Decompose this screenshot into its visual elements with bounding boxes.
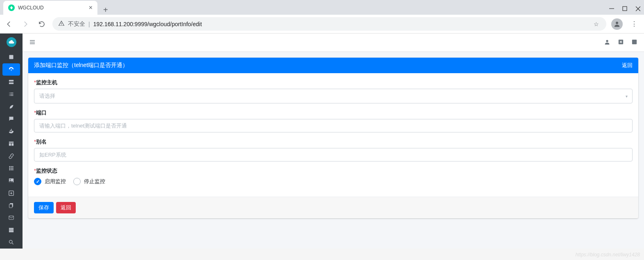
window-controls (606, 2, 644, 15)
form-group-port: *端口 (34, 109, 633, 132)
top-actions (604, 39, 637, 47)
port-label: *端口 (34, 109, 633, 117)
security-label: 不安全 (68, 20, 85, 28)
radio-enable-circle (34, 178, 41, 185)
user-icon[interactable] (604, 39, 610, 47)
address-bar[interactable]: 不安全 | 192.168.11.200:9999/wgcloud/portIn… (52, 17, 606, 31)
tab-favicon-icon (8, 4, 15, 11)
host-label: *监控主机 (34, 79, 633, 86)
svg-rect-11 (9, 228, 14, 229)
svg-point-15 (606, 40, 608, 42)
browser-menu-icon[interactable]: ⋮ (628, 20, 641, 28)
bookmark-star-icon[interactable]: ☆ (592, 21, 601, 27)
sidebar-item-search[interactable] (0, 236, 23, 249)
content-area: 添加端口监控（telnet端口是否开通） 返回 *监控主机 请选择 *端口 (23, 52, 644, 224)
card-body: *监控主机 请选择 *端口 *别名 *监控状态 (28, 73, 638, 197)
sidebar-item-copy[interactable] (0, 199, 23, 211)
app-root: 添加端口监控（telnet端口是否开通） 返回 *监控主机 请选择 *端口 (0, 34, 644, 249)
back-nav-icon[interactable] (3, 18, 15, 30)
radio-disable-label: 停止监控 (84, 178, 105, 185)
svg-rect-9 (9, 204, 13, 208)
sidebar-item-leaf[interactable] (0, 100, 23, 112)
sidebar-item-image[interactable] (0, 175, 23, 187)
expand-icon[interactable] (631, 39, 637, 47)
svg-point-14 (9, 240, 13, 244)
svg-point-1 (616, 22, 618, 24)
browser-address-row: 不安全 | 192.168.11.200:9999/wgcloud/portIn… (0, 15, 644, 34)
form-card: 添加端口监控（telnet端口是否开通） 返回 *监控主机 请选择 *端口 (28, 58, 638, 218)
svg-rect-2 (9, 55, 14, 59)
sidebar-item-chat[interactable] (0, 113, 23, 125)
browser-tab[interactable]: WGCLOUD × (3, 1, 97, 15)
svg-rect-3 (9, 80, 14, 81)
radio-disable-circle (73, 178, 81, 185)
svg-rect-12 (9, 229, 14, 231)
host-select-wrapper: 请选择 (34, 89, 633, 103)
alias-label: *别名 (34, 138, 633, 146)
form-group-status: *监控状态 启用监控 停止监控 (34, 167, 633, 185)
radio-enable-label: 启用监控 (45, 178, 66, 185)
radio-enable[interactable]: 启用监控 (34, 178, 66, 185)
card-title: 添加端口监控（telnet端口是否开通） (34, 62, 128, 69)
sidebar-item-add[interactable] (0, 187, 23, 199)
svg-rect-13 (9, 231, 14, 232)
browser-tab-row: WGCLOUD × + (0, 0, 644, 15)
forward-nav-icon[interactable] (20, 18, 31, 30)
sidebar-item-table[interactable] (0, 137, 23, 150)
radio-disable[interactable]: 停止监控 (73, 178, 105, 185)
tab-close-icon[interactable]: × (89, 4, 93, 11)
sidebar-item-grid[interactable] (0, 162, 23, 174)
sidebar-item-mail[interactable] (0, 211, 23, 224)
port-input[interactable] (34, 119, 633, 132)
sidebar-item-list[interactable] (0, 88, 23, 100)
header-back-link[interactable]: 返回 (622, 62, 633, 69)
profile-avatar-icon[interactable] (611, 18, 623, 30)
save-button[interactable]: 保存 (34, 202, 54, 213)
maximize-icon[interactable] (622, 6, 628, 11)
svg-rect-4 (9, 82, 14, 84)
svg-point-6 (10, 179, 11, 181)
url-text: 192.168.11.200:9999/wgcloud/portInfo/edi… (93, 21, 202, 27)
sidebar-item-server[interactable] (0, 76, 23, 88)
sidebar-item-1[interactable] (0, 51, 23, 63)
alias-input[interactable] (34, 148, 633, 161)
form-group-host: *监控主机 请选择 (34, 79, 633, 103)
sidebar-item-docker[interactable] (0, 125, 23, 137)
status-radio-group: 启用监控 停止监控 (34, 178, 633, 185)
svg-rect-10 (9, 216, 14, 220)
main-content: 添加端口监控（telnet端口是否开通） 返回 *监控主机 请选择 *端口 (23, 34, 644, 249)
minimize-icon[interactable] (609, 6, 615, 11)
host-select[interactable]: 请选择 (34, 89, 633, 103)
card-header: 添加端口监控（telnet端口是否开通） 返回 (28, 58, 638, 73)
card-footer: 保存 返回 (28, 197, 638, 218)
form-group-alias: *别名 (34, 138, 633, 161)
app-logo[interactable] (0, 34, 23, 51)
sidebar-item-storage[interactable] (0, 224, 23, 236)
new-tab-button[interactable]: + (97, 5, 114, 15)
reload-icon[interactable] (36, 18, 47, 30)
sidebar-item-dashboard[interactable] (2, 63, 20, 76)
browser-chrome: WGCLOUD × + 不安全 | 192.168.11.200:9999/wg… (0, 0, 644, 34)
status-label: *监控状态 (34, 167, 633, 175)
tab-title: WGCLOUD (18, 5, 86, 11)
sidebar-item-link[interactable] (0, 150, 23, 162)
top-bar (23, 34, 644, 52)
svg-rect-0 (623, 7, 627, 11)
hamburger-icon[interactable] (29, 39, 36, 47)
close-box-icon[interactable] (618, 39, 624, 47)
sidebar (0, 34, 23, 249)
close-window-icon[interactable] (635, 6, 641, 11)
footer-back-button[interactable]: 返回 (56, 202, 76, 213)
svg-rect-17 (632, 39, 637, 44)
insecure-icon (58, 20, 65, 28)
